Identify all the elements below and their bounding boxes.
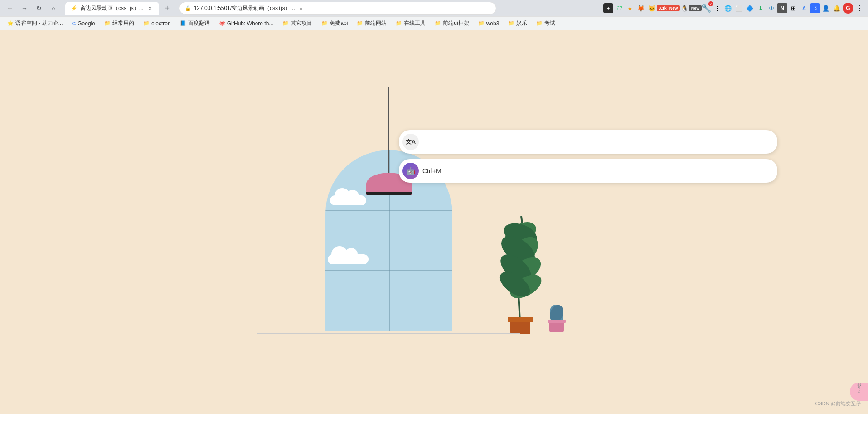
folder-icon-9: 📁 [508,20,514,26]
ext-bell-icon[interactable]: 🔔 [832,3,842,13]
tab-title: 窗边风景动画（css+js）... [80,5,144,12]
yuque-icon: ⭐ [7,20,14,26]
folder-icon-2: 📁 [143,20,150,26]
main-content: 文A 🤖 Ctrl+M CSDN @前端交互仔 文A仔 [0,30,868,414]
folder-icon-8: 📁 [478,20,485,26]
google-icon: G [72,21,76,26]
nav-controls: ← → ↻ ⌂ [4,2,60,15]
bookmark-label: web3 [486,20,499,27]
tab-bar: ← → ↻ ⌂ ⚡ 窗边风景动画（css+js）... ✕ + 🔒 127.0.… [0,0,868,16]
bookmark-electron[interactable]: 📁 electron [140,19,175,28]
menu-icon[interactable]: ⋮ [854,3,864,13]
folder-icon-4: 📁 [321,20,328,26]
horizontal-grid-line-1 [325,210,452,211]
horizontal-grid-line-2 [325,270,452,271]
ext-qq-icon[interactable]: 🐧 [679,3,689,13]
forward-button[interactable]: → [18,2,31,15]
ext-new-badge-red[interactable]: New [669,3,679,13]
bookmark-github[interactable]: 🐙 GitHub: Where th... [215,19,277,28]
float-button[interactable]: 文A仔 [850,383,868,401]
bookmark-label: GitHub: Where th... [227,20,274,27]
home-button[interactable]: ⌂ [47,2,60,15]
folder-icon-6: 📁 [396,20,402,26]
bookmark-label: 语雀空间 - 助力企... [15,19,63,27]
extension-icons: ✦ 🛡 ★ 🦊 🐱 3.1k New 🐧 New 🔧 2 ⋮ 🌐 [603,3,864,14]
baidu-icon: 📘 [180,20,186,26]
translate-tooltip[interactable]: 文A [399,130,777,154]
bookmark-label: 免费api [330,19,348,27]
ext-download-icon[interactable]: ⬇ [756,3,766,13]
ext-dropdown-icon[interactable]: ⋮ [712,3,722,13]
folder-icon-7: 📁 [435,20,441,26]
bookmark-web3[interactable]: 📁 web3 [475,19,503,28]
bookmark-label: 前端网站 [365,19,387,27]
ext-person-icon[interactable]: 👤 [821,3,831,13]
bookmark-frontend-ui[interactable]: 📁 前端ui框架 [431,19,472,28]
bookmark-other-projects[interactable]: 📁 其它项目 [279,19,316,28]
ext-red-icon[interactable]: 🦊 [636,3,646,13]
folder-icon: 📁 [104,20,111,26]
scene-container [276,87,502,359]
bookmark-yuque[interactable]: ⭐ 语雀空间 - 助力企... [4,19,67,28]
bookmarks-bar: ⭐ 语雀空间 - 助力企... G Google 📁 经常用的 📁 electr… [0,16,868,30]
ext-cat-icon[interactable]: 🐱 [647,3,657,13]
bookmark-label: 百度翻译 [188,19,210,27]
ext-screenshot-icon[interactable]: ⬜ [734,3,744,13]
bookmark-exam[interactable]: 📁 考试 [533,19,559,28]
bookmark-star[interactable]: ★ [299,5,303,11]
cloud-1 [330,195,366,205]
bookmark-label: electron [151,20,171,27]
ctrl-m-tooltip[interactable]: 🤖 Ctrl+M [399,159,777,183]
ext-n-icon[interactable]: N [777,3,787,13]
tooltip-container: 文A 🤖 Ctrl+M [399,130,777,183]
cloud-2 [328,254,369,264]
github-icon: 🐙 [219,20,225,26]
tab-favicon: ⚡ [71,5,78,11]
translate-tooltip-icon: 文A [402,134,419,150]
bookmark-baidu-translate[interactable]: 📘 百度翻译 [176,19,213,28]
profile-avatar[interactable]: G [843,3,853,14]
reload-button[interactable]: ↻ [33,2,45,15]
ctrl-m-icon: 🤖 [402,163,419,179]
ext-feather-icon[interactable]: ✦ [603,3,613,13]
lamp-cord [388,87,389,177]
ext-grid-icon[interactable]: ⊞ [788,3,798,13]
tab-close-button[interactable]: ✕ [146,5,154,12]
svg-rect-9 [508,317,533,322]
new-tab-button[interactable]: + [161,2,174,15]
ext-badge-3k-icon[interactable]: 3.1k [658,3,668,13]
back-button[interactable]: ← [4,2,16,15]
ext-feishu-icon[interactable]: 🔷 [745,3,755,13]
chrome-icon[interactable]: 🌐 [723,3,733,13]
bookmark-google[interactable]: G Google [68,19,99,28]
folder-icon-10: 📁 [536,20,543,26]
bookmark-label: 在线工具 [404,19,426,27]
bookmark-frequently-used[interactable]: 📁 经常用的 [101,19,138,28]
address-bar[interactable]: 🔒 127.0.0.1:5501/窗边风景动画（css+js）... ★ [179,2,496,15]
ext-star-icon[interactable]: ★ [625,3,635,13]
bookmark-label: 考试 [544,19,555,27]
folder-icon-3: 📁 [282,20,289,26]
ext-badge-2-icon[interactable]: 🔧 2 [701,3,711,13]
svg-rect-13 [548,320,566,323]
browser-chrome: ← → ↻ ⌂ ⚡ 窗边风景动画（css+js）... ✕ + 🔒 127.0.… [0,0,868,30]
ext-eye-icon[interactable]: 👁 [766,3,776,13]
bookmark-label: 其它项目 [291,19,312,27]
bookmark-frontend-website[interactable]: 📁 前端网站 [353,19,390,28]
folder-icon-5: 📁 [357,20,363,26]
bookmark-entertainment[interactable]: 📁 娱乐 [504,19,531,28]
bookmark-label: 经常用的 [112,19,134,27]
bookmark-label: Google [78,20,95,27]
small-plant-container [543,302,570,336]
active-tab[interactable]: ⚡ 窗边风景动画（css+js）... ✕ [65,2,159,15]
ext-lark-icon[interactable]: 飞 [810,3,820,13]
ext-new-badge-2[interactable]: New [690,3,700,13]
ext-shield-icon[interactable]: 🛡 [614,3,624,13]
bookmark-label: 前端ui框架 [443,19,469,27]
ext-translate-icon[interactable]: A [799,3,809,13]
bookmark-free-api[interactable]: 📁 免费api [318,19,351,28]
float-button-label: 文A仔 [856,390,862,393]
bookmark-label: 娱乐 [516,19,527,27]
lock-icon: 🔒 [185,5,191,11]
bookmark-online-tools[interactable]: 📁 在线工具 [392,19,429,28]
